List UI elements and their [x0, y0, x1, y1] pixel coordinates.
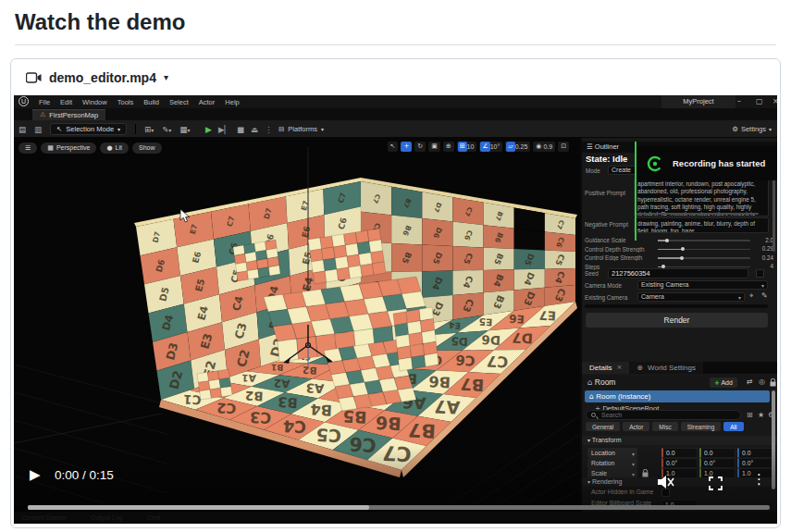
settings-button[interactable]: ⚙ Settings ▾ [732, 120, 772, 138]
recorder-scrollbar[interactable] [772, 178, 775, 252]
scale-tool-icon[interactable]: ▣ [428, 142, 440, 152]
slider-track[interactable] [658, 240, 750, 241]
blueprints-icon[interactable]: ✎▾ [162, 125, 171, 134]
save-icon[interactable]: ▤ [19, 125, 26, 134]
positive-prompt-field[interactable]: apartment interior, rundown, post apocal… [634, 178, 769, 217]
source-control-icon[interactable]: ▥ [34, 125, 42, 134]
circle-icon[interactable]: ◎ [759, 377, 765, 387]
location-y-field[interactable]: 0.0 [699, 448, 735, 458]
rotation-snap-toggle[interactable]: ∠ 10° [479, 142, 502, 152]
viewport[interactable]: D7E7C7D7E7C7D6E6C6D6E6C6D5E5C5D5E5C5D4E4… [14, 138, 580, 512]
rendering-section-header[interactable]: ▾ Rendering [582, 477, 777, 487]
rotation-dropdown[interactable]: Rotation▾ [587, 458, 637, 468]
grid-view-icon[interactable]: ⊞ [747, 411, 753, 419]
video-player[interactable]: U FileEditWindowToolsBuildSelectActorHel… [14, 95, 777, 524]
maximize-viewport-icon[interactable]: ⊡ [558, 142, 569, 152]
chevron-down-icon[interactable]: ▾ [164, 72, 168, 82]
menu-actor[interactable]: Actor [199, 98, 216, 106]
scale-dropdown[interactable]: Scale▾ [587, 468, 637, 478]
skip-icon[interactable]: ▶▏ [218, 125, 230, 134]
level-tab[interactable]: ⚠ FirstPersonMap [32, 109, 105, 120]
details-scrollbar[interactable] [772, 390, 775, 489]
video-filename[interactable]: demo_editor.mp4 [49, 70, 156, 85]
existing-camera-dropdown[interactable]: Camera ▾ [637, 292, 745, 302]
favorites-icon[interactable]: ★ [758, 411, 764, 419]
platforms-button[interactable]: ⊟ Platforms ▾ [278, 120, 324, 138]
filter-all[interactable]: All [723, 422, 743, 431]
rotation-x-field[interactable]: 0.0° [661, 458, 698, 468]
slider-handle[interactable] [665, 239, 669, 242]
video-file-header[interactable]: demo_editor.mp4 ▾ [14, 59, 777, 95]
player-menu-icon[interactable]: ⋮ [752, 471, 766, 488]
render-button[interactable]: Render [586, 313, 768, 328]
camera-speed-button[interactable]: ◉ 0.9 [533, 142, 555, 152]
location-dropdown[interactable]: Location▾ [587, 448, 637, 458]
player-play-button[interactable]: ▶ [30, 466, 41, 483]
slider-control-depth-strength[interactable]: Control Depth Strength0.29 [582, 245, 777, 254]
slider-control-edge-strength[interactable]: Control Edge Strength0.24 [582, 254, 777, 262]
rotate-tool-icon[interactable]: ↻ [414, 142, 426, 152]
menu-help[interactable]: Help [225, 98, 239, 106]
menu-edit[interactable]: Edit [60, 98, 72, 106]
prompt-scrollbar[interactable] [637, 213, 759, 215]
filter-general[interactable]: General [586, 422, 620, 431]
slider-handle[interactable] [681, 247, 685, 251]
tab-details[interactable]: Details × [582, 362, 629, 374]
target-picker-icon[interactable]: ⌖ [749, 291, 754, 301]
filter-streaming[interactable]: Streaming [681, 422, 722, 431]
close-icon[interactable]: × [616, 362, 622, 374]
transform-section-header[interactable]: ▾ Transform [582, 436, 777, 445]
negative-prompt-field[interactable]: drawing, painting, anime, blur, blurry, … [634, 217, 769, 233]
scale-snap-toggle[interactable]: ▱ 0.25 [505, 142, 530, 152]
statusbar-cmd[interactable]: Cmd [147, 514, 161, 521]
details-search-input[interactable]: Search [586, 410, 741, 420]
selected-component-row[interactable]: ⌂ Room (Instance) [585, 390, 770, 402]
location-z-field[interactable]: 0.0 [737, 448, 773, 458]
select-tool-icon[interactable]: ↖ [388, 142, 399, 152]
slider-track[interactable] [658, 249, 750, 251]
slider-handle[interactable] [680, 256, 684, 260]
viewport-menu-icon[interactable]: ☰ [19, 142, 37, 154]
rotation-y-field[interactable]: 0.0° [699, 458, 735, 468]
filter-actor[interactable]: Actor [623, 422, 649, 431]
stop-icon[interactable]: ■ [237, 125, 244, 134]
grid-snap-toggle[interactable]: ⊞ 10 [457, 142, 477, 152]
swap-icon[interactable]: ⇄ [747, 377, 753, 387]
slider-track[interactable] [658, 266, 750, 268]
show-button[interactable]: Show [132, 142, 162, 154]
menu-file[interactable]: File [39, 98, 50, 106]
statusbar-output-log[interactable]: Output Log [91, 514, 123, 521]
minimize-icon[interactable]: – [737, 95, 741, 108]
seed-input[interactable]: 2127560354 [608, 268, 748, 278]
add-actor-icon[interactable]: ⊞▾ [144, 125, 154, 134]
lock-icon[interactable] [770, 378, 776, 387]
menu-window[interactable]: Window [82, 98, 107, 106]
menu-select[interactable]: Select [169, 98, 189, 106]
menu-build[interactable]: Build [143, 98, 159, 106]
fullscreen-icon[interactable] [709, 476, 723, 490]
eject-icon[interactable]: ⏏ [251, 125, 258, 134]
lit-button[interactable]: ● Lit [100, 142, 129, 154]
statusbar-content-drawer[interactable]: Content Drawer [21, 514, 67, 521]
play-icon[interactable]: ▶ [205, 125, 212, 134]
scene-canvas[interactable]: D7E7C7D7E7C7D6E6C6D6E6C6D5E5C5D5E5C5D4E4… [14, 138, 580, 512]
cinematics-icon[interactable]: ▦▾ [179, 125, 190, 134]
close-icon[interactable]: × [772, 95, 777, 108]
tab-world-settings[interactable]: ⊕ World Settings [629, 362, 703, 374]
player-progress-bar[interactable] [28, 505, 770, 510]
rotation-z-field[interactable]: 0.0° [737, 458, 773, 468]
camera-mode-dropdown[interactable]: Existing Camera ▾ [637, 280, 768, 290]
add-component-button[interactable]: + Add [710, 377, 737, 388]
muted-speaker-icon[interactable] [655, 473, 677, 491]
seed-lock-checkbox[interactable] [756, 269, 764, 278]
restore-icon[interactable]: ▢ [756, 95, 763, 108]
scale-lock-icon[interactable] [642, 469, 649, 477]
eyedropper-icon[interactable]: ✎ [761, 291, 768, 300]
slider-guidance-scale[interactable]: Guidance Scale2.0 [582, 236, 777, 244]
perspective-button[interactable]: ▦ Perspective [41, 142, 96, 154]
selection-mode-button[interactable]: ↖ Selection Mode ▾ [50, 123, 127, 135]
slider-track[interactable] [658, 257, 750, 259]
kebab-icon[interactable]: ⋮ [265, 125, 273, 134]
world-space-icon[interactable]: ⊕ [443, 142, 454, 152]
move-tool-icon[interactable]: + [401, 142, 412, 152]
